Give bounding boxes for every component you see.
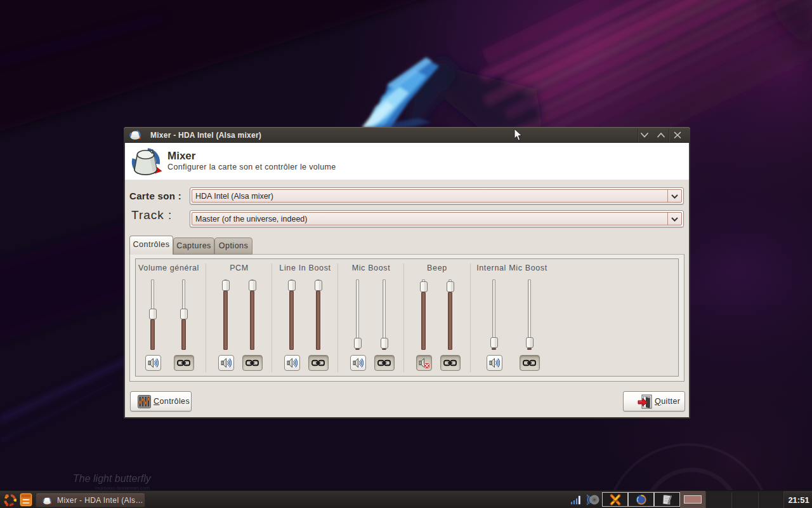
svg-text:chat: chat: [612, 499, 619, 502]
svg-text:The light butterfly: The light butterfly: [73, 473, 152, 484]
